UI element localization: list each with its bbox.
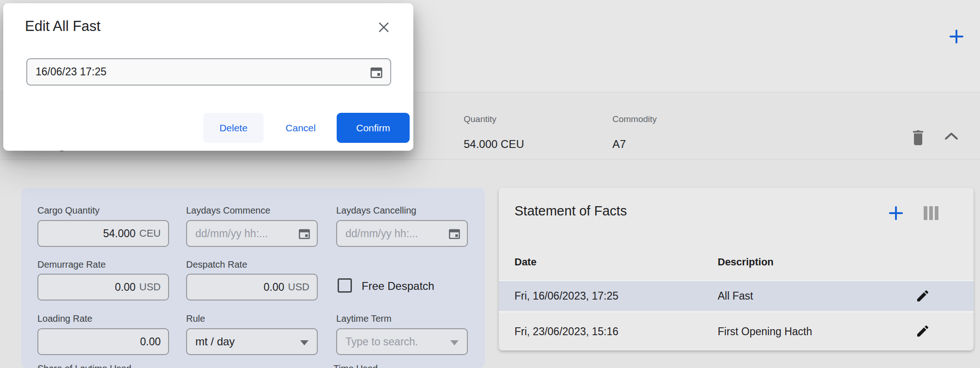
datetime-value: 16/06/23 17:25 [27,66,369,78]
free-despatch-label: Free Despatch [362,280,434,293]
demurrage-rate-input[interactable]: 0.00 USD [37,274,169,301]
calendar-icon[interactable] [369,65,384,80]
loading-rate-input[interactable]: 0.00 [37,328,169,355]
calendar-icon[interactable] [297,227,311,240]
close-dialog-button[interactable] [376,20,391,35]
loading-rate-label: Loading Rate [37,313,92,324]
edit-row-button[interactable] [915,324,930,338]
add-sof-entry-button[interactable] [888,205,904,221]
commodity-value: A7 [612,138,626,151]
laytime-term-input[interactable]: Type to search. [336,328,468,355]
sof-title: Statement of Facts [514,203,627,219]
plus-icon [888,205,904,221]
add-cargo-icon[interactable] [948,28,965,45]
confirm-button[interactable]: Confirm [337,113,410,143]
cargo-form-panel: Cargo Quantity 54.000 CEU Laydays Commen… [21,188,485,368]
partial-label-left: Share of Laytime Used [37,363,131,368]
sof-table-row[interactable]: Fri, 23/06/2023, 15:16 First Opening Hac… [499,312,974,350]
quantity-label: Quantity [464,114,496,124]
plus-icon [948,28,965,45]
laydays-commence-label: Laydays Commence [186,205,270,216]
cargo-quantity-unit: CEU [139,227,161,239]
calendar-icon[interactable] [448,227,461,240]
sof-col-description: Description [718,256,774,268]
laydays-cancelling-input[interactable]: dd/mm/yy hh:... [336,220,468,247]
laytime-page: g Quantity 54.000 CEU Commodity A7 Cargo… [0,0,980,368]
demurrage-rate-label: Demurrage Rate [37,259,106,270]
partial-label-right: Time Used [333,363,378,368]
rule-select[interactable]: mt / day [186,328,318,355]
sof-table-row[interactable]: Fri, 16/06/2023, 17:25 All Fast [499,280,974,311]
close-icon [376,20,391,35]
dialog-title: Edit All Fast [25,18,101,35]
rule-label: Rule [186,313,205,324]
trash-icon [910,128,926,146]
columns-icon [924,206,927,220]
pencil-icon [915,324,930,338]
pencil-icon [915,288,930,303]
collapse-section-button[interactable] [942,130,961,142]
cargo-quantity-input[interactable]: 54.000 CEU [37,220,169,247]
dropdown-caret-icon [450,340,459,345]
edit-row-button[interactable] [915,288,930,303]
despatch-rate-label: Despatch Rate [186,259,247,270]
quantity-value: 54.000 CEU [464,138,524,151]
free-despatch-checkbox[interactable] [338,278,352,293]
laydays-commence-input[interactable]: dd/mm/yy hh:... [186,220,318,247]
dropdown-caret-icon [300,340,309,345]
delete-button[interactable]: Delete [203,113,264,143]
columns-settings-button[interactable] [924,206,939,221]
datetime-input[interactable]: 16/06/23 17:25 [26,58,391,86]
despatch-rate-input[interactable]: 0.00 USD [186,274,318,301]
laytime-term-label: Laytime Term [336,313,392,324]
delete-cargo-button[interactable] [910,128,926,146]
laydays-cancelling-label: Laydays Cancelling [336,205,416,216]
statement-of-facts-card: Statement of Facts Date Description Fri,… [499,188,974,350]
cargo-quantity-value: 54.000 [103,227,135,240]
sof-col-date: Date [514,256,537,268]
cancel-button[interactable]: Cancel [273,113,328,143]
chevron-up-icon [942,130,961,142]
commodity-label: Commodity [612,114,657,124]
edit-all-fast-dialog: Edit All Fast 16/06/23 17:25 Delete Canc… [3,3,413,151]
cargo-quantity-label: Cargo Quantity [37,205,100,216]
